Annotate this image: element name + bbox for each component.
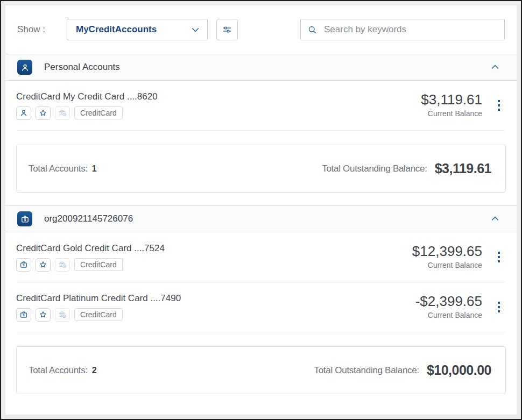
briefcase-icon[interactable]: $ [16, 308, 31, 322]
total-outstanding: Total Outstanding Balance: $10,000.00 [314, 362, 491, 378]
chevron-up-icon[interactable] [490, 62, 500, 73]
summary-card: Total Accounts:2 Total Outstanding Balan… [16, 346, 506, 394]
account-row[interactable]: CreditCard Gold Credit Card ....7524 $ C… [5, 232, 517, 282]
show-label: Show : [17, 24, 45, 35]
search-input[interactable] [323, 24, 498, 35]
outstanding-value: $10,000.00 [427, 362, 491, 378]
person-icon [17, 60, 32, 75]
account-group: Personal Accounts CreditCard My Credit C… [5, 54, 517, 193]
accounts-window: Show : MyCreditAccounts Personal A [0, 0, 522, 420]
star-icon[interactable] [36, 106, 51, 120]
balance-amount: -$2,399.65 [415, 293, 482, 309]
bank-clock-icon [55, 106, 70, 120]
balance-block: $3,119.61 Current Balance [421, 90, 482, 118]
account-type-badge: CreditCard [74, 258, 123, 271]
chevron-up-icon[interactable] [490, 213, 500, 224]
outstanding-label: Total Outstanding Balance: [322, 163, 427, 174]
balance-label: Current Balance [412, 261, 482, 269]
outstanding-value: $3,119.61 [435, 161, 491, 176]
person-icon[interactable] [16, 106, 31, 120]
kebab-menu-icon[interactable] [495, 248, 503, 266]
total-outstanding: Total Outstanding Balance: $3,119.61 [322, 161, 491, 176]
total-accounts-value: 2 [92, 366, 97, 375]
section-title: org200921145726076 [44, 213, 133, 224]
account-chips: $ CreditCard [16, 308, 415, 322]
bank-clock-icon [55, 308, 70, 322]
account-info: CreditCard Platinum Credit Card ....7490… [16, 292, 415, 322]
balance-block: $12,399.65 Current Balance [412, 242, 482, 269]
section-header[interactable]: Personal Accounts [5, 54, 517, 81]
svg-text:$: $ [23, 264, 25, 267]
account-row[interactable]: CreditCard My Credit Card ....8620 Credi… [5, 81, 517, 130]
account-type-badge: CreditCard [74, 308, 123, 321]
total-accounts: Total Accounts:1 [29, 163, 96, 174]
star-icon[interactable] [36, 258, 51, 272]
divider [17, 130, 505, 131]
search-box[interactable] [300, 19, 505, 40]
filter-sliders-icon[interactable] [216, 19, 238, 40]
account-row[interactable]: CreditCard Platinum Credit Card ....7490… [5, 282, 517, 332]
bank-clock-icon [55, 258, 70, 272]
kebab-menu-icon[interactable] [495, 97, 503, 114]
kebab-menu-icon[interactable] [495, 298, 503, 316]
total-accounts-label: Total Accounts: [29, 365, 88, 375]
account-name: CreditCard Gold Credit Card ....7524 [16, 242, 412, 254]
chevron-down-icon[interactable] [190, 24, 201, 35]
account-name: CreditCard My Credit Card ....8620 [16, 90, 421, 103]
divider [17, 332, 505, 332]
account-chips: $ CreditCard [16, 258, 412, 272]
outstanding-label: Total Outstanding Balance: [314, 365, 419, 376]
balance-label: Current Balance [421, 109, 482, 118]
toolbar: Show : MyCreditAccounts [5, 5, 517, 54]
total-accounts: Total Accounts:2 [29, 365, 96, 376]
dropdown-selected-value: MyCreditAccounts [76, 24, 157, 35]
account-type-badge: CreditCard [74, 106, 123, 119]
total-accounts-value: 1 [92, 164, 97, 173]
account-groups: Personal Accounts CreditCard My Credit C… [5, 54, 517, 407]
account-info: CreditCard My Credit Card ....8620 Credi… [16, 90, 421, 120]
summary-card: Total Accounts:1 Total Outstanding Balan… [16, 145, 506, 193]
account-info: CreditCard Gold Credit Card ....7524 $ C… [16, 242, 412, 272]
accounts-content: Show : MyCreditAccounts Personal A [5, 5, 517, 415]
balance-amount: $3,119.61 [421, 91, 482, 108]
balance-label: Current Balance [415, 311, 482, 319]
section-header[interactable]: $ org200921145726076 [5, 205, 517, 232]
account-group: $ org200921145726076 CreditCard Gold Cre… [5, 205, 517, 394]
total-accounts-label: Total Accounts: [29, 163, 88, 174]
account-name: CreditCard Platinum Credit Card ....7490 [16, 292, 415, 304]
section-title: Personal Accounts [44, 62, 120, 73]
account-rows: CreditCard Gold Credit Card ....7524 $ C… [5, 232, 517, 332]
svg-text:$: $ [24, 218, 26, 222]
star-icon[interactable] [36, 308, 51, 322]
account-chips: CreditCard [16, 106, 421, 120]
balance-block: -$2,399.65 Current Balance [415, 292, 482, 319]
briefcase-icon: $ [17, 211, 32, 226]
account-view-dropdown[interactable]: MyCreditAccounts [67, 19, 208, 40]
account-rows: CreditCard My Credit Card ....8620 Credi… [5, 81, 517, 130]
balance-amount: $12,399.65 [412, 243, 482, 259]
svg-text:$: $ [23, 314, 25, 317]
search-icon [307, 25, 318, 35]
briefcase-icon[interactable]: $ [16, 258, 31, 272]
